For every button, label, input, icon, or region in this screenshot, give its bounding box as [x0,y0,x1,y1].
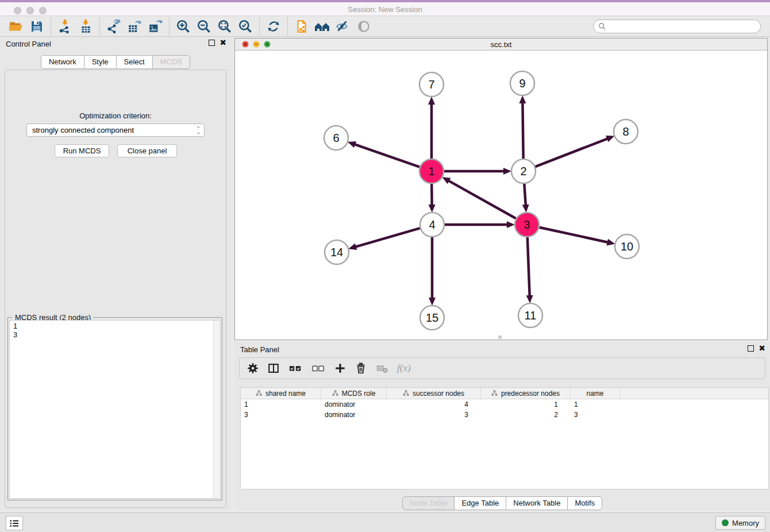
graph-node-8[interactable]: 8 [614,119,638,144]
graph-edge-3-1[interactable] [449,181,516,219]
table-cell[interactable]: 1 [481,399,571,410]
export-network-button[interactable] [103,17,124,36]
tab-mcds[interactable]: MCDS [152,55,190,69]
graph-edge-2-8[interactable] [536,138,608,167]
delete-column-icon[interactable] [355,362,367,375]
toolbar-separator [99,18,100,35]
run-mcds-button[interactable]: Run MCDS [55,144,109,157]
table-cell[interactable]: 4 [387,399,481,410]
optimization-criterion-select[interactable]: strongly connected component ⌃⌄ [26,124,205,137]
table-row[interactable]: 1dominator411 [241,399,768,410]
network-canvas[interactable]: 7968124314101511 [235,51,767,340]
zoom-in-button[interactable] [173,17,194,36]
search-input[interactable] [610,22,756,31]
graph-edge-3-11[interactable] [528,237,530,296]
add-column-icon[interactable] [334,362,346,375]
select-all-icon[interactable] [288,362,303,375]
tab-style[interactable]: Style [84,55,117,69]
graph-node-15[interactable]: 15 [420,306,444,330]
node-label: 15 [426,311,438,324]
mcds-result-area[interactable]: 1 3 [9,320,221,499]
column-header-successor-nodes[interactable]: successor nodes [387,388,481,399]
node-table[interactable]: shared nameMCDS rolesuccessor nodesprede… [240,387,769,489]
home-neighbors-button[interactable] [312,17,333,36]
network-graph[interactable]: 7968124314101511 [235,51,767,340]
network-window-titlebar[interactable]: scc.txt [235,38,767,51]
graph-edge-1-6[interactable] [355,144,419,167]
graph-edge-3-10[interactable] [539,228,607,242]
table-cell[interactable]: dominator [321,410,387,420]
tab-network-table[interactable]: Network Table [506,496,568,510]
window-title: Session: New Session [0,5,770,14]
zoom-selected-button[interactable] [235,17,256,36]
open-session-button[interactable] [6,17,26,36]
table-cell[interactable]: 1 [241,399,321,410]
result-scrollbar[interactable] [213,321,220,498]
export-table-button[interactable] [124,17,145,36]
graph-node-3[interactable]: 3 [515,213,539,237]
toolbar-separator [51,18,51,35]
float-table-panel-icon[interactable] [748,345,754,352]
control-panel-header: Control Panel ✖ [0,37,231,51]
task-history-button[interactable] [6,516,23,530]
table-row[interactable]: 3dominator323 [241,410,768,420]
graph-node-10[interactable]: 10 [615,234,639,259]
node-label: 7 [428,78,434,91]
graph-node-14[interactable]: 14 [325,240,349,264]
graph-node-9[interactable]: 9 [510,71,534,95]
table-cell[interactable]: 1 [571,399,620,410]
table-cell[interactable]: 3 [571,410,620,420]
column-header-name[interactable]: name [571,388,620,399]
import-network-icon [57,19,72,34]
toolbar-separator [287,18,288,35]
graphics-details-button[interactable] [333,17,353,36]
graph-node-2[interactable]: 2 [511,159,536,183]
close-panel-icon[interactable]: ✖ [220,40,226,46]
export-image-button[interactable] [145,17,165,36]
table-cell[interactable]: 3 [241,410,321,420]
show-columns-icon[interactable] [267,362,280,375]
tab-network[interactable]: Network [41,55,84,69]
canvas-resize-handle[interactable] [498,336,502,339]
graph-node-11[interactable]: 11 [518,303,542,327]
deselect-all-icon[interactable] [311,362,326,375]
table-header-row: shared nameMCDS rolesuccessor nodesprede… [241,388,768,399]
export-table-icon [127,19,142,34]
gear-icon[interactable] [247,362,259,375]
close-table-panel-icon[interactable]: ✖ [759,345,765,352]
graph-edge-2-3[interactable] [524,184,525,205]
eye-icon [356,19,371,34]
float-panel-icon[interactable] [209,40,215,46]
graph-edge-4-14[interactable] [356,228,420,246]
tab-motifs[interactable]: Motifs [567,496,602,510]
eye-button[interactable] [353,17,374,36]
graph-node-4[interactable]: 4 [420,213,444,237]
column-header-shared-name[interactable]: shared name [241,388,321,399]
zoom-fit-button[interactable] [214,17,235,36]
mcds-result-text: 1 3 [13,322,217,339]
graph-node-1[interactable]: 1 [419,159,444,183]
import-table-button[interactable] [75,17,96,36]
search-box[interactable] [593,20,761,33]
tab-select[interactable]: Select [116,55,153,69]
node-label: 3 [523,218,530,231]
tab-edge-table[interactable]: Edge Table [454,496,506,510]
graph-node-7[interactable]: 7 [419,72,444,97]
table-cell[interactable]: 3 [387,410,481,420]
save-session-button[interactable] [26,17,47,36]
graph-node-6[interactable]: 6 [324,126,348,150]
table-cell[interactable]: dominator [321,399,387,410]
zoom-out-button[interactable] [194,17,214,36]
close-panel-button[interactable]: Close panel [117,144,177,157]
column-header-MCDS-role[interactable]: MCDS role [321,388,387,399]
graph-edge-2-9[interactable] [522,103,523,159]
column-header-predecessor-nodes[interactable]: predecessor nodes [481,388,571,399]
node-label: 11 [525,309,537,322]
apply-layout-button[interactable] [263,17,284,36]
clone-network-button[interactable] [291,17,312,36]
import-network-button[interactable] [55,17,75,36]
tab-node-table[interactable]: Node Table [402,496,455,510]
table-cell[interactable]: 2 [481,410,571,420]
status-bar: Memory [0,512,770,532]
memory-button[interactable]: Memory [715,516,765,530]
